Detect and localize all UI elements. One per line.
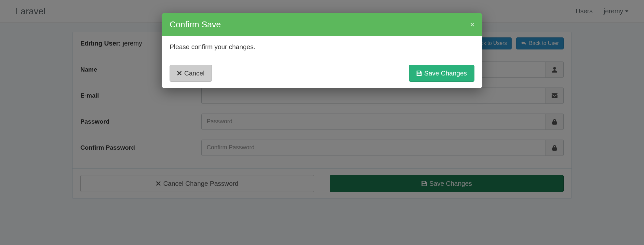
modal-save-label: Save Changes (424, 69, 467, 77)
modal-header: Confirm Save × (162, 13, 482, 36)
times-icon (177, 71, 182, 75)
save-icon (416, 71, 422, 76)
modal-footer: Cancel Save Changes (162, 58, 482, 88)
confirm-save-modal: Confirm Save × Please confirm your chang… (162, 13, 482, 88)
modal-title: Confirm Save (170, 20, 221, 30)
modal-body: Please confirm your changes. (162, 36, 482, 58)
modal-close-button[interactable]: × (470, 20, 475, 29)
modal-cancel-button[interactable]: Cancel (170, 65, 212, 82)
modal-cancel-label: Cancel (184, 69, 205, 77)
modal-save-button[interactable]: Save Changes (409, 65, 474, 82)
